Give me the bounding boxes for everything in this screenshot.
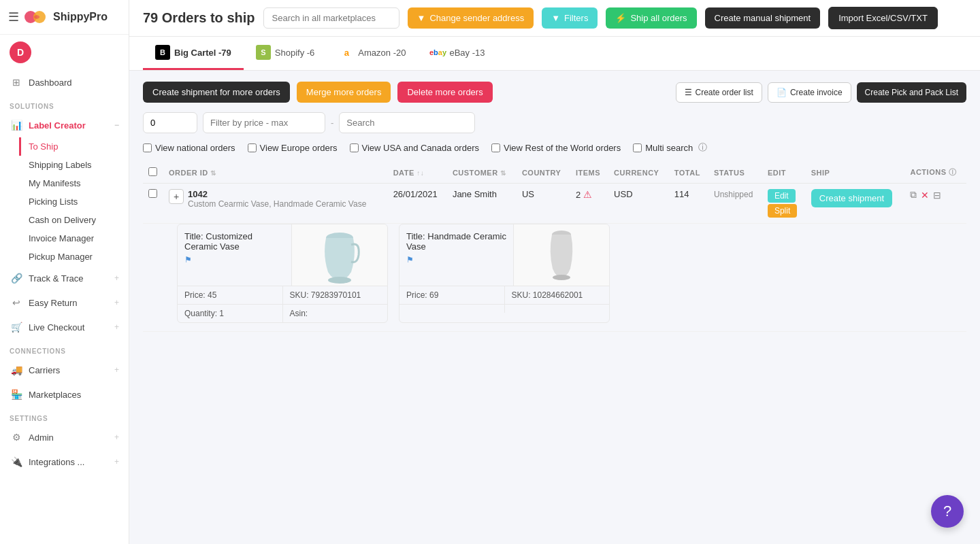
page-title: 79 Orders to ship (143, 10, 255, 26)
product-1-sub2: Quantity: 1 Asin: (178, 304, 387, 322)
select-all-checkbox[interactable] (148, 167, 157, 176)
live-checkout-label: Live Checkout (29, 322, 84, 333)
product-1-flag-icon[interactable]: ⚑ (184, 255, 192, 265)
edit-button[interactable]: Edit (768, 189, 796, 203)
change-sender-button[interactable]: ▼ Change sender address (408, 7, 534, 29)
split-button[interactable]: Split (768, 204, 797, 218)
sidebar-item-my-manifests[interactable]: My Manifests (19, 174, 129, 192)
price-max-input[interactable] (203, 112, 325, 133)
header-select-all[interactable] (143, 162, 163, 184)
product-2-flag-icon[interactable]: ⚑ (406, 255, 414, 265)
product-2-sku: SKU: 10284662001 (505, 286, 610, 304)
content-area: Create shipment for more orders Merge mo… (129, 71, 980, 544)
checkbox-europe[interactable]: View Europe orders (248, 143, 338, 153)
marketplaces-icon: 🏪 (10, 388, 23, 401)
checkbox-multi-search-input[interactable] (633, 143, 642, 152)
tab-bigcartel[interactable]: B Big Cartel -79 (143, 37, 244, 70)
sidebar-item-shipping-labels[interactable]: Shipping Labels (19, 156, 129, 174)
tab-ebay[interactable]: ebay eBay -13 (418, 37, 497, 70)
action-bar: Create shipment for more orders Merge mo… (143, 82, 966, 103)
checkbox-rest-world[interactable]: View Rest of the World orders (491, 143, 621, 153)
customer-sort-icon[interactable]: ⇅ (500, 169, 506, 177)
bigcartel-icon: B (155, 45, 170, 60)
price-min-input[interactable] (143, 112, 197, 133)
sidebar-item-label-creator[interactable]: 📊 Label Creator − (0, 113, 129, 137)
sidebar-item-cash-on-delivery[interactable]: Cash on Delivery (19, 211, 129, 229)
product-1-asin: Asin: (283, 305, 388, 322)
sidebar-item-invoice-manager[interactable]: Invoice Manager (19, 229, 129, 248)
lightning-icon: ⚡ (615, 13, 626, 23)
help-fab[interactable]: ? (931, 495, 964, 528)
checkbox-national[interactable]: View national orders (143, 143, 235, 153)
sidebar-item-admin[interactable]: ⚙ Admin + (0, 425, 129, 449)
track-trace-label: Track & Trace (29, 273, 83, 284)
create-pick-pack-button[interactable]: Create Pick and Pack List (857, 82, 966, 103)
checkbox-usa-canada-input[interactable] (350, 143, 359, 152)
hamburger-menu[interactable]: ☰ (8, 10, 19, 24)
row-checkbox-cell[interactable] (143, 184, 163, 224)
product-2-asin (505, 305, 610, 313)
product-2-details: Title: Handmade Ceramic Vase ⚑ (399, 224, 514, 286)
date-sort-desc-icon[interactable]: ↓ (421, 169, 425, 177)
filter-row: - (143, 112, 966, 133)
search-input[interactable] (263, 7, 399, 29)
sidebar-item-easy-return[interactable]: ↩ Easy Return + (0, 290, 129, 315)
sidebar-item-track-trace[interactable]: 🔗 Track & Trace + (0, 266, 129, 290)
delete-action-icon[interactable]: ✕ (921, 190, 929, 201)
cash-on-delivery-label: Cash on Delivery (29, 215, 96, 225)
ship-all-button[interactable]: ⚡ Ship all orders (606, 7, 696, 29)
carriers-label: Carriers (29, 365, 60, 375)
tab-shopify[interactable]: S Shopify -6 (244, 37, 327, 70)
merge-orders-button[interactable]: Merge more orders (297, 82, 391, 103)
dashboard-icon: ⊞ (10, 75, 23, 89)
sidebar-item-carriers[interactable]: 🚚 Carriers + (0, 358, 129, 382)
row-select-checkbox[interactable] (148, 189, 157, 198)
delete-orders-button[interactable]: Delete more orders (397, 82, 492, 103)
import-button[interactable]: Import Excel/CSV/TXT (828, 7, 938, 29)
product-1-title: Title: Customized Ceramic Vase (184, 231, 284, 252)
info-icon: ⓘ (698, 141, 707, 154)
create-shipment-button[interactable]: Create shipment (811, 189, 892, 207)
more-action-icon[interactable]: ⊟ (933, 190, 941, 201)
live-checkout-expand-icon: + (114, 322, 119, 332)
sidebar-item-to-ship[interactable]: To Ship (19, 137, 129, 156)
create-invoice-button[interactable]: 📄 Create invoice (768, 82, 851, 103)
orders-table: ORDER ID ⇅ DATE ↑↓ CUSTOMER ⇅ COUNTRY IT… (143, 162, 966, 332)
sidebar: ☰ ShippyPro D ⊞ Dashboard SOLUTIONS 📊 La… (0, 0, 129, 544)
tab-amazon[interactable]: a Amazon -20 (327, 37, 418, 70)
sidebar-item-pickup-manager[interactable]: Pickup Manager (19, 248, 129, 266)
action-icons-group: ⧉ ✕ ⊟ (910, 189, 961, 201)
expand-order-button[interactable]: + (169, 189, 184, 204)
sidebar-item-picking-lists[interactable]: Picking Lists (19, 192, 129, 211)
sidebar-item-dashboard[interactable]: ⊞ Dashboard (0, 70, 129, 95)
right-actions: ☰ Create order list 📄 Create invoice Cre… (676, 82, 967, 103)
checkbox-row: View national orders View Europe orders … (143, 141, 966, 154)
topbar: 79 Orders to ship ▼ Change sender addres… (129, 0, 980, 37)
order-items-cell: 2 ⚠ (570, 184, 608, 224)
product-2-price: Price: 69 (399, 286, 505, 304)
copy-action-icon[interactable]: ⧉ (910, 189, 917, 201)
checkbox-rest-world-input[interactable] (491, 143, 500, 152)
tab-bigcartel-label: Big Cartel -79 (174, 48, 231, 58)
checkbox-national-input[interactable] (143, 143, 152, 152)
logo[interactable]: ShippyPro (24, 10, 108, 24)
svg-point-3 (328, 277, 351, 284)
admin-expand-icon: + (114, 432, 119, 442)
sidebar-item-live-checkout[interactable]: 🛒 Live Checkout + (0, 315, 129, 339)
product-details-row: Title: Customized Ceramic Vase ⚑ (143, 224, 966, 332)
sidebar-item-integrations[interactable]: 🔌 Integrations ... + (0, 449, 129, 474)
order-ship-cell[interactable]: Create shipment (806, 184, 905, 224)
checkbox-multi-search[interactable]: Multi search ⓘ (633, 141, 707, 154)
my-manifests-label: My Manifests (29, 178, 81, 188)
create-manual-shipment-button[interactable]: Create manual shipment (705, 7, 821, 29)
sidebar-item-marketplaces[interactable]: 🏪 Marketplaces (0, 382, 129, 407)
filters-button[interactable]: ▼ Filters (542, 7, 598, 29)
checkbox-europe-input[interactable] (248, 143, 257, 152)
order-id-sort-icon[interactable]: ⇅ (210, 169, 216, 177)
create-order-list-button[interactable]: ☰ Create order list (676, 82, 762, 103)
order-edit-cell: Edit Split (762, 184, 806, 224)
search-filter-input[interactable] (339, 112, 475, 133)
header-actions: ACTIONS ⓘ (904, 162, 966, 184)
checkbox-usa-canada[interactable]: View USA and Canada orders (350, 143, 479, 153)
create-shipment-more-button[interactable]: Create shipment for more orders (143, 82, 290, 103)
